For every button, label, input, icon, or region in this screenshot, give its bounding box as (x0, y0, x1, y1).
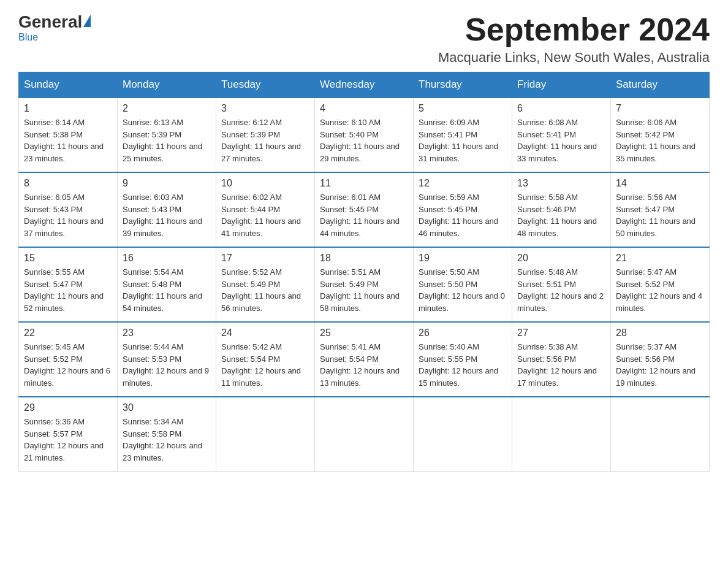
day-info: Sunrise: 5:56 AMSunset: 5:47 PMDaylight:… (616, 191, 704, 239)
calendar-cell: 9Sunrise: 6:03 AMSunset: 5:43 PMDaylight… (118, 172, 216, 247)
calendar-cell: 16Sunrise: 5:54 AMSunset: 5:48 PMDayligh… (118, 247, 216, 322)
day-number: 19 (419, 253, 507, 264)
day-number: 28 (616, 327, 704, 339)
day-info: Sunrise: 5:52 AMSunset: 5:49 PMDaylight:… (221, 266, 309, 314)
day-number: 25 (320, 327, 408, 339)
calendar-cell: 6Sunrise: 6:08 AMSunset: 5:41 PMDaylight… (512, 98, 611, 172)
calendar-week-row: 15Sunrise: 5:55 AMSunset: 5:47 PMDayligh… (19, 247, 710, 322)
day-info: Sunrise: 6:03 AMSunset: 5:43 PMDaylight:… (123, 191, 211, 239)
day-info: Sunrise: 5:36 AMSunset: 5:57 PMDaylight:… (24, 416, 112, 464)
day-number: 26 (419, 327, 507, 339)
calendar-cell: 26Sunrise: 5:40 AMSunset: 5:55 PMDayligh… (414, 322, 512, 397)
calendar-cell: 17Sunrise: 5:52 AMSunset: 5:49 PMDayligh… (216, 247, 315, 322)
calendar-cell: 30Sunrise: 5:34 AMSunset: 5:58 PMDayligh… (118, 397, 216, 472)
day-number: 2 (123, 103, 211, 114)
day-number: 6 (517, 103, 605, 114)
calendar-cell: 25Sunrise: 5:41 AMSunset: 5:54 PMDayligh… (315, 322, 414, 397)
calendar-cell: 2Sunrise: 6:13 AMSunset: 5:39 PMDaylight… (118, 98, 216, 172)
month-title: September 2024 (438, 12, 710, 47)
column-header-sunday: Sunday (19, 72, 118, 98)
calendar-week-row: 29Sunrise: 5:36 AMSunset: 5:57 PMDayligh… (19, 397, 710, 472)
day-number: 21 (616, 253, 704, 264)
day-number: 1 (24, 103, 112, 114)
logo: General Blue (18, 12, 91, 43)
calendar-cell: 7Sunrise: 6:06 AMSunset: 5:42 PMDaylight… (611, 98, 710, 172)
day-number: 30 (123, 402, 211, 413)
calendar-cell: 11Sunrise: 6:01 AMSunset: 5:45 PMDayligh… (315, 172, 414, 247)
day-info: Sunrise: 5:47 AMSunset: 5:52 PMDaylight:… (616, 266, 704, 314)
day-number: 14 (616, 178, 704, 189)
day-info: Sunrise: 5:58 AMSunset: 5:46 PMDaylight:… (517, 191, 605, 239)
calendar-cell: 13Sunrise: 5:58 AMSunset: 5:46 PMDayligh… (512, 172, 611, 247)
day-number: 18 (320, 253, 408, 264)
day-info: Sunrise: 6:08 AMSunset: 5:41 PMDaylight:… (517, 117, 605, 164)
calendar-cell: 28Sunrise: 5:37 AMSunset: 5:56 PMDayligh… (611, 322, 710, 397)
day-info: Sunrise: 6:05 AMSunset: 5:43 PMDaylight:… (24, 191, 112, 239)
calendar-cell: 15Sunrise: 5:55 AMSunset: 5:47 PMDayligh… (19, 247, 118, 322)
day-number: 20 (517, 253, 605, 264)
column-header-friday: Friday (512, 72, 611, 98)
day-number: 24 (221, 327, 309, 339)
calendar-cell: 12Sunrise: 5:59 AMSunset: 5:45 PMDayligh… (414, 172, 512, 247)
calendar-cell: 5Sunrise: 6:09 AMSunset: 5:41 PMDaylight… (414, 98, 512, 172)
day-info: Sunrise: 5:41 AMSunset: 5:54 PMDaylight:… (320, 341, 408, 389)
day-info: Sunrise: 5:45 AMSunset: 5:52 PMDaylight:… (24, 341, 112, 389)
day-number: 8 (24, 178, 112, 189)
day-info: Sunrise: 5:50 AMSunset: 5:50 PMDaylight:… (419, 266, 507, 314)
calendar-cell: 4Sunrise: 6:10 AMSunset: 5:40 PMDaylight… (315, 98, 414, 172)
day-info: Sunrise: 6:14 AMSunset: 5:38 PMDaylight:… (24, 117, 112, 164)
day-info: Sunrise: 5:55 AMSunset: 5:47 PMDaylight:… (24, 266, 112, 314)
column-header-wednesday: Wednesday (315, 72, 414, 98)
day-info: Sunrise: 6:13 AMSunset: 5:39 PMDaylight:… (123, 117, 211, 164)
logo-general-text: General (18, 12, 82, 32)
calendar-header-row: SundayMondayTuesdayWednesdayThursdayFrid… (19, 72, 710, 98)
day-info: Sunrise: 5:59 AMSunset: 5:45 PMDaylight:… (419, 191, 507, 239)
day-number: 22 (24, 327, 112, 339)
calendar-cell: 18Sunrise: 5:51 AMSunset: 5:49 PMDayligh… (315, 247, 414, 322)
calendar-table: SundayMondayTuesdayWednesdayThursdayFrid… (18, 72, 710, 472)
calendar-cell: 21Sunrise: 5:47 AMSunset: 5:52 PMDayligh… (611, 247, 710, 322)
day-info: Sunrise: 5:54 AMSunset: 5:48 PMDaylight:… (123, 266, 211, 314)
calendar-cell: 3Sunrise: 6:12 AMSunset: 5:39 PMDaylight… (216, 98, 315, 172)
day-number: 7 (616, 103, 704, 114)
day-info: Sunrise: 6:02 AMSunset: 5:44 PMDaylight:… (221, 191, 309, 239)
day-info: Sunrise: 6:12 AMSunset: 5:39 PMDaylight:… (221, 117, 309, 164)
column-header-monday: Monday (118, 72, 216, 98)
calendar-cell (414, 397, 512, 472)
day-info: Sunrise: 5:48 AMSunset: 5:51 PMDaylight:… (517, 266, 605, 314)
calendar-cell (315, 397, 414, 472)
day-number: 27 (517, 327, 605, 339)
calendar-cell (512, 397, 611, 472)
column-header-saturday: Saturday (611, 72, 710, 98)
day-number: 15 (24, 253, 112, 264)
day-number: 9 (123, 178, 211, 189)
calendar-cell: 20Sunrise: 5:48 AMSunset: 5:51 PMDayligh… (512, 247, 611, 322)
calendar-cell: 29Sunrise: 5:36 AMSunset: 5:57 PMDayligh… (19, 397, 118, 472)
day-info: Sunrise: 5:34 AMSunset: 5:58 PMDaylight:… (123, 416, 211, 464)
calendar-cell: 24Sunrise: 5:42 AMSunset: 5:54 PMDayligh… (216, 322, 315, 397)
location-title: Macquarie Links, New South Wales, Austra… (438, 50, 710, 66)
calendar-week-row: 22Sunrise: 5:45 AMSunset: 5:52 PMDayligh… (19, 322, 710, 397)
day-info: Sunrise: 5:44 AMSunset: 5:53 PMDaylight:… (123, 341, 211, 389)
day-number: 11 (320, 178, 408, 189)
day-number: 16 (123, 253, 211, 264)
day-number: 5 (419, 103, 507, 114)
title-area: September 2024 Macquarie Links, New Sout… (438, 12, 710, 66)
day-number: 3 (221, 103, 309, 114)
calendar-cell: 27Sunrise: 5:38 AMSunset: 5:56 PMDayligh… (512, 322, 611, 397)
page-header: General Blue September 2024 Macquarie Li… (18, 12, 710, 66)
calendar-week-row: 8Sunrise: 6:05 AMSunset: 5:43 PMDaylight… (19, 172, 710, 247)
day-number: 29 (24, 402, 112, 413)
day-info: Sunrise: 6:06 AMSunset: 5:42 PMDaylight:… (616, 117, 704, 164)
day-number: 17 (221, 253, 309, 264)
day-info: Sunrise: 5:42 AMSunset: 5:54 PMDaylight:… (221, 341, 309, 389)
calendar-cell (216, 397, 315, 472)
logo-blue-text: Blue (18, 32, 38, 43)
calendar-week-row: 1Sunrise: 6:14 AMSunset: 5:38 PMDaylight… (19, 98, 710, 172)
day-info: Sunrise: 5:37 AMSunset: 5:56 PMDaylight:… (616, 341, 704, 389)
day-number: 12 (419, 178, 507, 189)
calendar-cell: 23Sunrise: 5:44 AMSunset: 5:53 PMDayligh… (118, 322, 216, 397)
day-info: Sunrise: 6:09 AMSunset: 5:41 PMDaylight:… (419, 117, 507, 164)
day-info: Sunrise: 6:10 AMSunset: 5:40 PMDaylight:… (320, 117, 408, 164)
day-number: 4 (320, 103, 408, 114)
